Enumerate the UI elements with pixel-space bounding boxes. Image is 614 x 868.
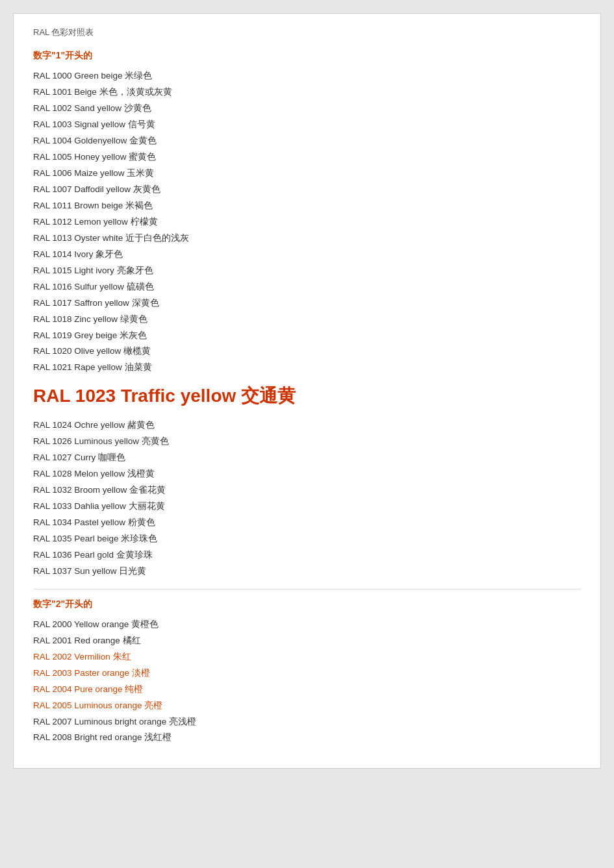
section1-entries-after: RAL 1024 Ochre yellow 赭黄色 RAL 1026 Lumin… bbox=[33, 417, 581, 580]
section-divider bbox=[33, 589, 581, 589]
list-item: RAL 1015 Light ivory 亮象牙色 bbox=[33, 263, 581, 279]
list-item: RAL 1033 Dahlia yellow 大丽花黄 bbox=[33, 499, 581, 515]
list-item: RAL 2000 Yellow orange 黄橙色 bbox=[33, 617, 581, 633]
section1-entries-before: RAL 1000 Green beige 米绿色 RAL 1001 Beige … bbox=[33, 68, 581, 376]
list-item: RAL 1012 Lemon yellow 柠檬黄 bbox=[33, 214, 581, 230]
list-item: RAL 1000 Green beige 米绿色 bbox=[33, 68, 581, 84]
list-item: RAL 1003 Signal yellow 信号黄 bbox=[33, 117, 581, 133]
list-item: RAL 1019 Grey beige 米灰色 bbox=[33, 328, 581, 344]
list-item: RAL 2004 Pure orange 纯橙 bbox=[33, 682, 581, 698]
list-item: RAL 1011 Brown beige 米褐色 bbox=[33, 198, 581, 214]
list-item: RAL 2008 Bright red orange 浅红橙 bbox=[33, 730, 581, 746]
list-item: RAL 1027 Curry 咖喱色 bbox=[33, 450, 581, 466]
list-item: RAL 2001 Red orange 橘红 bbox=[33, 633, 581, 649]
list-item: RAL 1020 Olive yellow 橄榄黄 bbox=[33, 343, 581, 360]
section2-entries: RAL 2000 Yellow orange 黄橙色 RAL 2001 Red … bbox=[33, 617, 581, 747]
list-item: RAL 1005 Honey yellow 蜜黄色 bbox=[33, 149, 581, 166]
list-item: RAL 1006 Maize yellow 玉米黄 bbox=[33, 166, 581, 182]
list-item: RAL 1028 Melon yellow 浅橙黄 bbox=[33, 466, 581, 482]
list-item: RAL 2003 Paster orange 淡橙 bbox=[33, 665, 581, 682]
list-item: RAL 1034 Pastel yellow 粉黄色 bbox=[33, 515, 581, 531]
list-item: RAL 2005 Luminous orange 亮橙 bbox=[33, 698, 581, 714]
section2-heading: 数字"2"开头的 bbox=[33, 599, 581, 610]
highlight-entry-1023: RAL 1023 Traffic yellow 交通黄 bbox=[33, 385, 581, 407]
list-item: RAL 1017 Saffron yellow 深黄色 bbox=[33, 295, 581, 312]
list-item: RAL 2007 Luminous bright orange 亮浅橙 bbox=[33, 714, 581, 730]
content-box: RAL 色彩对照表 数字"1"开头的 RAL 1000 Green beige … bbox=[13, 13, 601, 769]
section1-heading: 数字"1"开头的 bbox=[33, 50, 581, 62]
list-item: RAL 1013 Oyster white 近于白色的浅灰 bbox=[33, 230, 581, 247]
list-item: RAL 2002 Vermilion 朱红 bbox=[33, 649, 581, 665]
list-item: RAL 1001 Beige 米色，淡黄或灰黄 bbox=[33, 84, 581, 101]
list-item: RAL 1026 Luminous yellow 亮黄色 bbox=[33, 434, 581, 450]
list-item: RAL 1004 Goldenyellow 金黄色 bbox=[33, 133, 581, 149]
list-item: RAL 1035 Pearl beige 米珍珠色 bbox=[33, 531, 581, 547]
list-item: RAL 1037 Sun yellow 日光黄 bbox=[33, 564, 581, 580]
list-item: RAL 1021 Rape yellow 油菜黄 bbox=[33, 360, 581, 376]
list-item: RAL 1014 Ivory 象牙色 bbox=[33, 247, 581, 263]
list-item: RAL 1018 Zinc yellow 绿黄色 bbox=[33, 312, 581, 328]
list-item: RAL 1032 Broom yellow 金雀花黄 bbox=[33, 482, 581, 499]
page-title: RAL 色彩对照表 bbox=[33, 27, 581, 38]
list-item: RAL 1007 Daffodil yellow 灰黄色 bbox=[33, 182, 581, 198]
list-item: RAL 1024 Ochre yellow 赭黄色 bbox=[33, 417, 581, 434]
list-item: RAL 1002 Sand yellow 沙黄色 bbox=[33, 101, 581, 117]
page-wrapper: RAL 色彩对照表 数字"1"开头的 RAL 1000 Green beige … bbox=[0, 0, 614, 782]
list-item: RAL 1036 Pearl gold 金黄珍珠 bbox=[33, 547, 581, 564]
list-item: RAL 1016 Sulfur yellow 硫磺色 bbox=[33, 279, 581, 295]
